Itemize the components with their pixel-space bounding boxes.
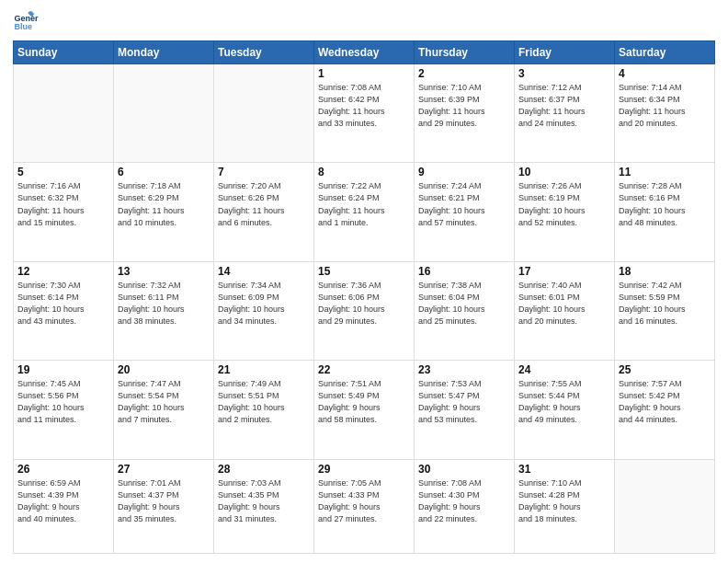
day-info: Sunrise: 7:53 AM Sunset: 5:47 PM Dayligh… — [418, 378, 510, 426]
calendar-cell — [214, 64, 314, 163]
calendar-cell: 22Sunrise: 7:51 AM Sunset: 5:49 PM Dayli… — [314, 361, 415, 459]
day-number: 14 — [218, 265, 310, 278]
calendar-cell: 19Sunrise: 7:45 AM Sunset: 5:56 PM Dayli… — [14, 361, 114, 459]
calendar-cell: 15Sunrise: 7:36 AM Sunset: 6:06 PM Dayli… — [314, 261, 415, 360]
calendar-week-5: 26Sunrise: 6:59 AM Sunset: 4:39 PM Dayli… — [14, 459, 715, 553]
day-number: 12 — [17, 265, 109, 278]
calendar-cell: 13Sunrise: 7:32 AM Sunset: 6:11 PM Dayli… — [114, 261, 214, 360]
calendar-cell: 10Sunrise: 7:26 AM Sunset: 6:19 PM Dayli… — [515, 163, 615, 261]
calendar-cell: 5Sunrise: 7:16 AM Sunset: 6:32 PM Daylig… — [14, 163, 114, 261]
calendar-table: SundayMondayTuesdayWednesdayThursdayFrid… — [13, 40, 715, 554]
day-info: Sunrise: 7:40 AM Sunset: 6:01 PM Dayligh… — [518, 280, 610, 327]
day-info: Sunrise: 7:18 AM Sunset: 6:29 PM Dayligh… — [118, 180, 210, 228]
calendar-week-4: 19Sunrise: 7:45 AM Sunset: 5:56 PM Dayli… — [14, 361, 715, 459]
calendar-week-3: 12Sunrise: 7:30 AM Sunset: 6:14 PM Dayli… — [14, 261, 715, 360]
calendar-cell: 31Sunrise: 7:10 AM Sunset: 4:28 PM Dayli… — [515, 459, 615, 553]
calendar-cell: 26Sunrise: 6:59 AM Sunset: 4:39 PM Dayli… — [14, 459, 114, 553]
day-number: 24 — [518, 363, 610, 376]
calendar-cell: 4Sunrise: 7:14 AM Sunset: 6:34 PM Daylig… — [615, 64, 715, 163]
day-info: Sunrise: 7:05 AM Sunset: 4:33 PM Dayligh… — [318, 477, 410, 525]
day-info: Sunrise: 7:12 AM Sunset: 6:37 PM Dayligh… — [518, 82, 610, 130]
day-number: 27 — [118, 463, 210, 476]
day-info: Sunrise: 7:03 AM Sunset: 4:35 PM Dayligh… — [218, 477, 310, 525]
svg-text:Blue: Blue — [14, 22, 32, 31]
calendar-cell — [615, 459, 715, 553]
weekday-header-monday: Monday — [114, 41, 214, 64]
logo-icon: General Blue — [13, 9, 39, 35]
day-number: 8 — [318, 166, 410, 178]
logo: General Blue — [13, 9, 24, 35]
day-number: 25 — [619, 363, 711, 376]
calendar-cell: 23Sunrise: 7:53 AM Sunset: 5:47 PM Dayli… — [415, 361, 515, 459]
day-number: 13 — [118, 265, 210, 278]
calendar-cell: 21Sunrise: 7:49 AM Sunset: 5:51 PM Dayli… — [214, 361, 314, 459]
day-info: Sunrise: 7:28 AM Sunset: 6:16 PM Dayligh… — [619, 180, 711, 228]
day-number: 21 — [218, 363, 310, 376]
day-number: 1 — [318, 67, 410, 80]
weekday-header-row: SundayMondayTuesdayWednesdayThursdayFrid… — [14, 41, 715, 64]
calendar-cell: 2Sunrise: 7:10 AM Sunset: 6:39 PM Daylig… — [415, 64, 515, 163]
calendar-cell: 28Sunrise: 7:03 AM Sunset: 4:35 PM Dayli… — [214, 459, 314, 553]
day-info: Sunrise: 7:51 AM Sunset: 5:49 PM Dayligh… — [318, 378, 410, 426]
day-number: 4 — [619, 67, 711, 80]
day-info: Sunrise: 7:45 AM Sunset: 5:56 PM Dayligh… — [17, 378, 109, 426]
day-info: Sunrise: 7:55 AM Sunset: 5:44 PM Dayligh… — [518, 378, 610, 426]
day-number: 9 — [418, 166, 510, 178]
calendar-cell: 14Sunrise: 7:34 AM Sunset: 6:09 PM Dayli… — [214, 261, 314, 360]
calendar-week-2: 5Sunrise: 7:16 AM Sunset: 6:32 PM Daylig… — [14, 163, 715, 261]
weekday-header-wednesday: Wednesday — [314, 41, 415, 64]
day-info: Sunrise: 7:01 AM Sunset: 4:37 PM Dayligh… — [118, 477, 210, 525]
day-info: Sunrise: 7:08 AM Sunset: 6:42 PM Dayligh… — [318, 82, 410, 130]
calendar-cell: 17Sunrise: 7:40 AM Sunset: 6:01 PM Dayli… — [515, 261, 615, 360]
calendar-cell: 12Sunrise: 7:30 AM Sunset: 6:14 PM Dayli… — [14, 261, 114, 360]
day-info: Sunrise: 7:57 AM Sunset: 5:42 PM Dayligh… — [619, 378, 711, 426]
calendar-cell: 30Sunrise: 7:08 AM Sunset: 4:30 PM Dayli… — [415, 459, 515, 553]
calendar-cell: 8Sunrise: 7:22 AM Sunset: 6:24 PM Daylig… — [314, 163, 415, 261]
day-number: 2 — [418, 67, 510, 80]
calendar-cell: 1Sunrise: 7:08 AM Sunset: 6:42 PM Daylig… — [314, 64, 415, 163]
weekday-header-tuesday: Tuesday — [214, 41, 314, 64]
calendar-cell: 6Sunrise: 7:18 AM Sunset: 6:29 PM Daylig… — [114, 163, 214, 261]
day-info: Sunrise: 7:20 AM Sunset: 6:26 PM Dayligh… — [218, 180, 310, 228]
day-info: Sunrise: 7:26 AM Sunset: 6:19 PM Dayligh… — [518, 180, 610, 228]
day-info: Sunrise: 6:59 AM Sunset: 4:39 PM Dayligh… — [17, 477, 109, 525]
day-number: 20 — [118, 363, 210, 376]
day-info: Sunrise: 7:42 AM Sunset: 5:59 PM Dayligh… — [619, 280, 711, 327]
day-info: Sunrise: 7:38 AM Sunset: 6:04 PM Dayligh… — [418, 280, 510, 327]
day-number: 19 — [17, 363, 109, 376]
day-info: Sunrise: 7:16 AM Sunset: 6:32 PM Dayligh… — [17, 180, 109, 228]
page: General Blue SundayMondayTuesdayWednesda… — [0, 0, 728, 563]
day-info: Sunrise: 7:10 AM Sunset: 4:28 PM Dayligh… — [518, 477, 610, 525]
calendar-cell: 16Sunrise: 7:38 AM Sunset: 6:04 PM Dayli… — [415, 261, 515, 360]
day-number: 3 — [518, 67, 610, 80]
day-number: 15 — [318, 265, 410, 278]
day-number: 22 — [318, 363, 410, 376]
day-info: Sunrise: 7:32 AM Sunset: 6:11 PM Dayligh… — [118, 280, 210, 327]
calendar-cell: 25Sunrise: 7:57 AM Sunset: 5:42 PM Dayli… — [615, 361, 715, 459]
calendar-cell: 11Sunrise: 7:28 AM Sunset: 6:16 PM Dayli… — [615, 163, 715, 261]
day-number: 16 — [418, 265, 510, 278]
calendar-cell: 27Sunrise: 7:01 AM Sunset: 4:37 PM Dayli… — [114, 459, 214, 553]
day-number: 30 — [418, 463, 510, 476]
day-info: Sunrise: 7:14 AM Sunset: 6:34 PM Dayligh… — [619, 82, 711, 130]
day-info: Sunrise: 7:10 AM Sunset: 6:39 PM Dayligh… — [418, 82, 510, 130]
calendar-cell — [114, 64, 214, 163]
weekday-header-friday: Friday — [515, 41, 615, 64]
day-number: 6 — [118, 166, 210, 178]
day-info: Sunrise: 7:49 AM Sunset: 5:51 PM Dayligh… — [218, 378, 310, 426]
day-number: 31 — [518, 463, 610, 476]
day-number: 23 — [418, 363, 510, 376]
day-info: Sunrise: 7:08 AM Sunset: 4:30 PM Dayligh… — [418, 477, 510, 525]
day-number: 26 — [17, 463, 109, 476]
day-info: Sunrise: 7:30 AM Sunset: 6:14 PM Dayligh… — [17, 280, 109, 327]
day-number: 29 — [318, 463, 410, 476]
calendar-cell: 29Sunrise: 7:05 AM Sunset: 4:33 PM Dayli… — [314, 459, 415, 553]
header: General Blue — [13, 9, 715, 35]
day-number: 11 — [619, 166, 711, 178]
day-number: 5 — [17, 166, 109, 178]
day-number: 17 — [518, 265, 610, 278]
day-info: Sunrise: 7:24 AM Sunset: 6:21 PM Dayligh… — [418, 180, 510, 228]
day-number: 28 — [218, 463, 310, 476]
day-info: Sunrise: 7:36 AM Sunset: 6:06 PM Dayligh… — [318, 280, 410, 327]
calendar-cell — [14, 64, 114, 163]
